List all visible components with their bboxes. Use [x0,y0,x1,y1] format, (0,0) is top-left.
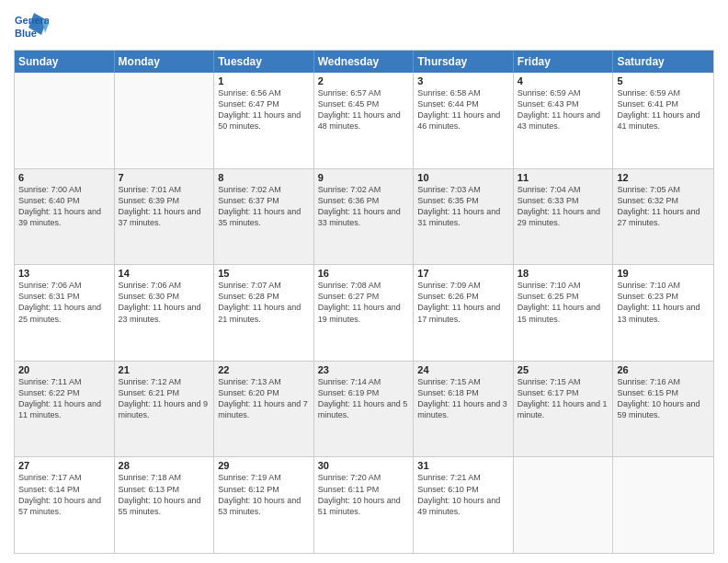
cell-info: Sunrise: 7:08 AMSunset: 6:27 PMDaylight:… [318,280,410,325]
calendar-row-4: 27Sunrise: 7:17 AMSunset: 6:14 PMDayligh… [15,456,713,553]
day-number: 1 [218,75,310,86]
day-cell-19: 19Sunrise: 7:10 AMSunset: 6:23 PMDayligh… [613,265,713,361]
day-number: 15 [218,268,310,279]
calendar-row-0: 1Sunrise: 6:56 AMSunset: 6:47 PMDaylight… [15,73,713,168]
cell-info: Sunrise: 7:06 AMSunset: 6:30 PMDaylight:… [119,280,210,325]
day-cell-15: 15Sunrise: 7:07 AMSunset: 6:28 PMDayligh… [214,265,314,361]
day-number: 10 [417,172,509,183]
cell-info: Sunrise: 7:13 AMSunset: 6:20 PMDaylight:… [218,376,310,421]
svg-text:Blue: Blue [15,28,37,39]
calendar: SundayMondayTuesdayWednesdayThursdayFrid… [14,50,714,554]
day-number: 21 [119,364,210,375]
cell-info: Sunrise: 7:16 AMSunset: 6:15 PMDaylight:… [617,376,710,421]
empty-cell [613,457,713,553]
cell-info: Sunrise: 7:03 AMSunset: 6:35 PMDaylight:… [417,184,509,229]
cell-info: Sunrise: 7:07 AMSunset: 6:28 PMDaylight:… [218,280,310,325]
day-cell-22: 22Sunrise: 7:13 AMSunset: 6:20 PMDayligh… [214,362,314,457]
header-day-monday: Monday [115,51,215,73]
day-cell-11: 11Sunrise: 7:04 AMSunset: 6:33 PMDayligh… [514,169,614,265]
day-number: 25 [518,364,609,375]
day-number: 30 [318,460,410,471]
day-number: 22 [218,364,310,375]
cell-info: Sunrise: 6:59 AMSunset: 6:43 PMDaylight:… [518,87,609,132]
day-cell-17: 17Sunrise: 7:09 AMSunset: 6:26 PMDayligh… [414,265,514,361]
day-number: 13 [18,268,110,279]
cell-info: Sunrise: 7:12 AMSunset: 6:21 PMDaylight:… [119,376,210,421]
cell-info: Sunrise: 7:15 AMSunset: 6:17 PMDaylight:… [518,376,609,421]
cell-info: Sunrise: 7:11 AMSunset: 6:22 PMDaylight:… [18,376,110,421]
cell-info: Sunrise: 7:02 AMSunset: 6:36 PMDaylight:… [318,184,410,229]
header-day-saturday: Saturday [613,51,713,73]
cell-info: Sunrise: 7:17 AMSunset: 6:14 PMDaylight:… [18,472,110,517]
day-cell-13: 13Sunrise: 7:06 AMSunset: 6:31 PMDayligh… [15,265,115,361]
cell-info: Sunrise: 7:10 AMSunset: 6:23 PMDaylight:… [617,280,710,325]
cell-info: Sunrise: 6:56 AMSunset: 6:47 PMDaylight:… [218,87,310,132]
cell-info: Sunrise: 7:21 AMSunset: 6:10 PMDaylight:… [417,472,509,517]
day-number: 29 [218,460,310,471]
day-cell-1: 1Sunrise: 6:56 AMSunset: 6:47 PMDaylight… [214,73,314,168]
empty-cell [514,457,614,553]
day-cell-3: 3Sunrise: 6:58 AMSunset: 6:44 PMDaylight… [414,73,514,168]
header-day-tuesday: Tuesday [214,51,314,73]
day-cell-2: 2Sunrise: 6:57 AMSunset: 6:45 PMDaylight… [314,73,415,168]
logo: GeneralBlue [14,9,49,44]
day-cell-29: 29Sunrise: 7:19 AMSunset: 6:12 PMDayligh… [214,457,314,553]
cell-info: Sunrise: 7:14 AMSunset: 6:19 PMDaylight:… [318,376,410,421]
day-number: 26 [617,364,710,375]
header-day-friday: Friday [514,51,614,73]
day-cell-5: 5Sunrise: 6:59 AMSunset: 6:41 PMDaylight… [613,73,713,168]
cell-info: Sunrise: 7:05 AMSunset: 6:32 PMDaylight:… [617,184,710,229]
empty-cell [15,73,115,168]
day-number: 28 [119,460,210,471]
cell-info: Sunrise: 7:09 AMSunset: 6:26 PMDaylight:… [417,280,509,325]
logo-svg: GeneralBlue [14,9,49,44]
header-day-sunday: Sunday [15,51,115,73]
day-number: 12 [617,172,710,183]
cell-info: Sunrise: 6:57 AMSunset: 6:45 PMDaylight:… [318,87,410,132]
header-day-wednesday: Wednesday [314,51,415,73]
day-number: 14 [119,268,210,279]
calendar-row-2: 13Sunrise: 7:06 AMSunset: 6:31 PMDayligh… [15,264,713,361]
calendar-header: SundayMondayTuesdayWednesdayThursdayFrid… [15,51,713,73]
cell-info: Sunrise: 7:10 AMSunset: 6:25 PMDaylight:… [518,280,609,325]
cell-info: Sunrise: 7:19 AMSunset: 6:12 PMDaylight:… [218,472,310,517]
calendar-row-3: 20Sunrise: 7:11 AMSunset: 6:22 PMDayligh… [15,361,713,457]
day-number: 8 [218,172,310,183]
day-cell-30: 30Sunrise: 7:20 AMSunset: 6:11 PMDayligh… [314,457,415,553]
cell-info: Sunrise: 7:04 AMSunset: 6:33 PMDaylight:… [518,184,609,229]
day-cell-6: 6Sunrise: 7:00 AMSunset: 6:40 PMDaylight… [15,169,115,265]
page-header: GeneralBlue [14,9,714,44]
cell-info: Sunrise: 7:18 AMSunset: 6:13 PMDaylight:… [119,472,210,517]
cell-info: Sunrise: 7:02 AMSunset: 6:37 PMDaylight:… [218,184,310,229]
cell-info: Sunrise: 7:01 AMSunset: 6:39 PMDaylight:… [119,184,210,229]
day-cell-4: 4Sunrise: 6:59 AMSunset: 6:43 PMDaylight… [514,73,614,168]
day-number: 6 [18,172,110,183]
svg-text:General: General [15,15,49,26]
day-cell-31: 31Sunrise: 7:21 AMSunset: 6:10 PMDayligh… [414,457,514,553]
day-number: 31 [417,460,509,471]
cell-info: Sunrise: 7:00 AMSunset: 6:40 PMDaylight:… [18,184,110,229]
empty-cell [115,73,215,168]
cell-info: Sunrise: 6:58 AMSunset: 6:44 PMDaylight:… [417,87,509,132]
day-number: 4 [518,75,609,86]
day-cell-27: 27Sunrise: 7:17 AMSunset: 6:14 PMDayligh… [15,457,115,553]
day-cell-18: 18Sunrise: 7:10 AMSunset: 6:25 PMDayligh… [514,265,614,361]
cell-info: Sunrise: 7:15 AMSunset: 6:18 PMDaylight:… [417,376,509,421]
day-number: 23 [318,364,410,375]
day-cell-28: 28Sunrise: 7:18 AMSunset: 6:13 PMDayligh… [115,457,215,553]
day-cell-20: 20Sunrise: 7:11 AMSunset: 6:22 PMDayligh… [15,362,115,457]
day-cell-24: 24Sunrise: 7:15 AMSunset: 6:18 PMDayligh… [414,362,514,457]
cell-info: Sunrise: 6:59 AMSunset: 6:41 PMDaylight:… [617,87,710,132]
cell-info: Sunrise: 7:20 AMSunset: 6:11 PMDaylight:… [318,472,410,517]
day-cell-12: 12Sunrise: 7:05 AMSunset: 6:32 PMDayligh… [613,169,713,265]
day-number: 24 [417,364,509,375]
day-number: 20 [18,364,110,375]
day-number: 17 [417,268,509,279]
day-cell-23: 23Sunrise: 7:14 AMSunset: 6:19 PMDayligh… [314,362,415,457]
day-cell-21: 21Sunrise: 7:12 AMSunset: 6:21 PMDayligh… [115,362,215,457]
day-cell-7: 7Sunrise: 7:01 AMSunset: 6:39 PMDaylight… [115,169,215,265]
day-number: 27 [18,460,110,471]
day-cell-14: 14Sunrise: 7:06 AMSunset: 6:30 PMDayligh… [115,265,215,361]
day-number: 3 [417,75,509,86]
day-cell-9: 9Sunrise: 7:02 AMSunset: 6:36 PMDaylight… [314,169,415,265]
